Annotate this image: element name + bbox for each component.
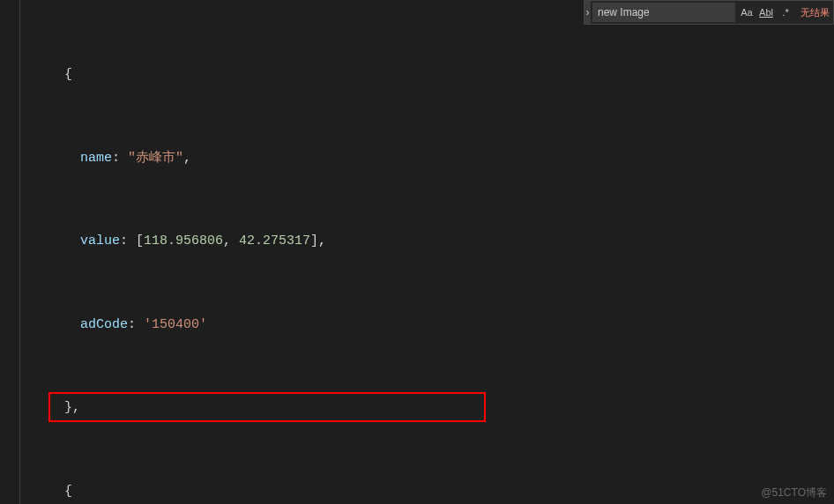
number-literal: 118.956806 xyxy=(144,233,223,248)
search-result-count: 无结果 xyxy=(797,6,833,19)
match-word-icon[interactable]: Abl xyxy=(758,4,774,20)
find-widget[interactable]: › Aa Abl .* 无结果 xyxy=(584,0,834,25)
code-editor[interactable]: { name: "赤峰市", value: [118.956806, 42.27… xyxy=(48,5,834,504)
expand-search-icon[interactable]: › xyxy=(585,1,591,24)
watermark-text: @51CTO博客 xyxy=(761,485,827,500)
prop-value: '150400' xyxy=(144,317,207,332)
prop-key: adCode xyxy=(80,317,128,332)
line-gutter xyxy=(0,0,48,504)
search-input[interactable] xyxy=(592,3,735,22)
vertical-scrollbar[interactable] xyxy=(823,25,834,504)
number-literal: 42.275317 xyxy=(239,233,310,248)
prop-key: value xyxy=(80,233,120,248)
fold-guide xyxy=(19,0,20,504)
match-case-icon[interactable]: Aa xyxy=(739,4,755,20)
prop-key: name xyxy=(80,151,112,166)
prop-value: "赤峰市" xyxy=(128,151,183,166)
regex-icon[interactable]: .* xyxy=(778,4,793,20)
